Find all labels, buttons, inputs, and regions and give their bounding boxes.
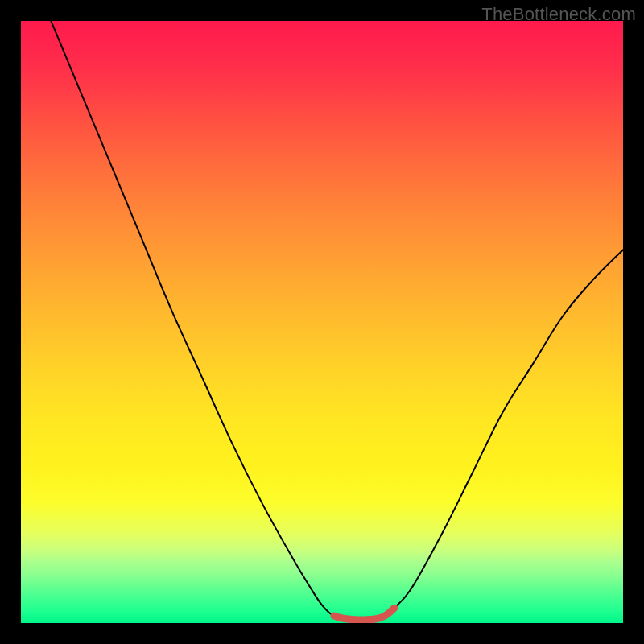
- chart-frame: TheBottleneck.com: [0, 0, 644, 644]
- bottleneck-curve-path: [21, 21, 623, 620]
- chart-svg: [21, 21, 623, 623]
- plot-area: [21, 21, 623, 623]
- optimal-range-path: [334, 608, 394, 620]
- optimal-range-marker: [334, 608, 394, 620]
- bottleneck-curve: [21, 21, 623, 620]
- watermark-text: TheBottleneck.com: [481, 4, 636, 25]
